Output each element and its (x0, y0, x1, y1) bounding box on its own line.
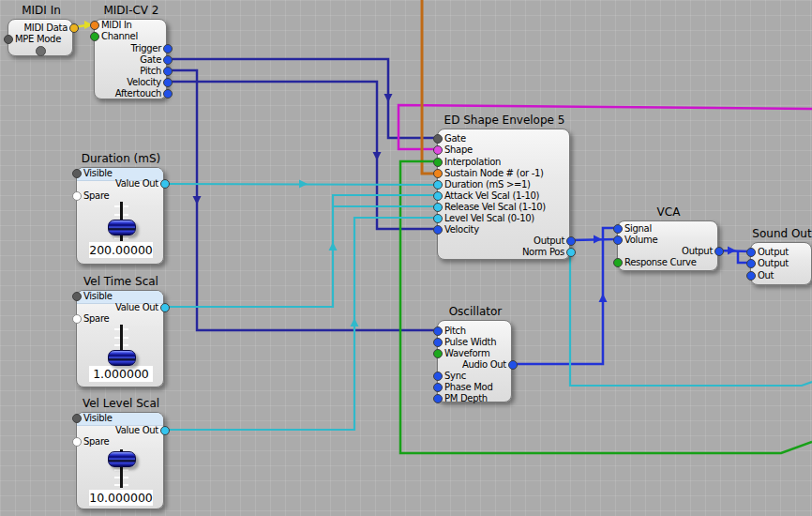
pin-spare-connector[interactable] (72, 437, 82, 447)
patch-canvas[interactable]: { "app": {"name": "modular-patch-editor"… (0, 0, 812, 516)
module-oscillator[interactable]: OscillatorPitchPulse WidthWaveformAudio … (437, 320, 512, 402)
slider-knob[interactable] (108, 350, 136, 366)
pin-label: Pulse Width (444, 337, 496, 348)
module-title-ed-shape-envelope-5: ED Shape Envelope 5 (410, 114, 599, 127)
pin-visible-connector[interactable] (72, 169, 82, 178)
pin-spare-connector[interactable] (72, 191, 82, 201)
pin-row-norm-pos: Norm Pos (438, 247, 571, 258)
module-title-vel-time-scal: Vel Time Scal (49, 275, 193, 288)
module-title-duration-ms: Duration (mS) (49, 152, 193, 165)
wire-vellevel-to-level[interactable] (166, 218, 437, 430)
pin-label: Pitch (444, 326, 466, 337)
wire-arrow (599, 294, 608, 302)
wire-arrow (329, 242, 338, 250)
pin-norm-pos-connector[interactable] (566, 248, 576, 257)
pin-response-curve-connector[interactable] (613, 258, 623, 267)
pin-row-audio-out: Audio Out (438, 359, 513, 371)
pin-row-phase-mod: Phase Mod (438, 382, 513, 393)
pin-level-vel-scal-0-10-connector[interactable] (433, 214, 443, 223)
pin-row-output: Output (618, 246, 719, 257)
pin-out-connector[interactable] (746, 271, 756, 281)
pin-label: Shape (444, 144, 473, 156)
pin-aftertouch-connector[interactable] (163, 89, 173, 99)
pin-sustain-node-or-1-connector[interactable] (433, 169, 443, 178)
pin-waveform-connector[interactable] (433, 349, 443, 358)
pin-value-out-connector[interactable] (160, 179, 170, 189)
pin-row-trigger: Trigger (95, 43, 168, 54)
pin-label: Volume (624, 235, 657, 246)
pin-pm-depth-connector[interactable] (433, 394, 443, 403)
pin-row-visible: Visible (77, 291, 165, 302)
slider-knob[interactable] (108, 220, 136, 235)
pin-velocity-connector[interactable] (163, 78, 173, 87)
pin-row-spare: Spare (77, 436, 165, 448)
pin-label: Norm Pos (522, 247, 564, 258)
pin-output-connector[interactable] (746, 248, 756, 257)
pin-pitch-connector[interactable] (433, 326, 443, 336)
pin-signal-connector[interactable] (613, 224, 623, 234)
module-sound-out[interactable]: Sound OutOutputOutputOut (750, 242, 812, 285)
pin-trigger-connector[interactable] (163, 44, 173, 53)
pin-interpolation-connector[interactable] (433, 158, 443, 167)
pin-row-output: Output (438, 235, 571, 247)
pin-row-interpolation: Interpolation (438, 157, 571, 168)
pin-row-level-vel-scal-0-10: Level Vel Scal (0-10) (438, 213, 571, 224)
pin-pitch-connector[interactable] (163, 67, 173, 76)
wire-veltime-to-attack[interactable] (166, 195, 437, 307)
module-midi-cv-2[interactable]: MIDI-CV 2MIDI InChannelTriggerGatePitchV… (94, 19, 167, 99)
pin-row-pulse-width: Pulse Width (438, 337, 513, 348)
pin-audio-out-connector[interactable] (508, 360, 518, 370)
pin-channel-connector[interactable] (90, 32, 99, 41)
wire-arrow (193, 196, 202, 205)
pin-row-value-out: Value Out (77, 178, 165, 190)
module-ed-shape-envelope-5[interactable]: ED Shape Envelope 5GateShapeInterpolatio… (437, 129, 570, 260)
pin-volume-connector[interactable] (613, 235, 623, 245)
pin-pulse-width-connector[interactable] (433, 338, 443, 347)
value-display[interactable]: 200.00000 (89, 242, 153, 258)
module-vel-level-scal[interactable]: Vel Level ScalVisibleValue OutSpare10.00… (76, 412, 164, 509)
module-midi-in[interactable]: MIDI InMIDI DataMPE Mode (8, 19, 73, 56)
pin-sync-connector[interactable] (433, 372, 443, 381)
pin-phase-mod-connector[interactable] (433, 383, 443, 392)
slider-knob[interactable] (108, 451, 136, 467)
pin-duration-ms-1-connector[interactable] (433, 180, 443, 190)
pin-value-out-connector[interactable] (160, 426, 170, 435)
module-vca[interactable]: VCASignalVolumeOutputResponse Curve (617, 220, 718, 271)
pin-release-vel-scal-1-10-connector[interactable] (433, 203, 443, 212)
pin-row-channel: Channel (95, 31, 168, 42)
pin-row-duration-ms-1: Duration (mS >=1) (438, 179, 571, 190)
pin-output-connector[interactable] (714, 247, 724, 256)
pin-row-attack-vel-scal-1-10: Attack Vel Scal (1-10) (438, 190, 571, 202)
pin-velocity-connector[interactable] (433, 225, 443, 235)
pin-output-connector[interactable] (566, 236, 576, 246)
pin-midi-data-connector[interactable] (69, 23, 79, 33)
wire-gate-to-envelope[interactable] (167, 59, 437, 138)
pin-gate-connector[interactable] (163, 55, 173, 65)
pin-attack-vel-scal-1-10-connector[interactable] (433, 191, 443, 201)
pin-label: Audio Out (462, 359, 506, 371)
pin-spare-connector[interactable] (72, 314, 82, 324)
pin-label: Out (758, 270, 774, 281)
pin-label: Pitch (140, 66, 161, 77)
module-title-midi-cv-2: MIDI-CV 2 (67, 4, 196, 17)
pin-label: Level Vel Scal (0-10) (444, 213, 534, 224)
pin-label: Velocity (127, 77, 161, 88)
pin-value-out-connector[interactable] (160, 303, 170, 312)
pin-gate-connector[interactable] (433, 134, 443, 144)
wire-arrow (373, 152, 382, 160)
module-vel-time-scal[interactable]: Vel Time ScalVisibleValue OutSpare1.0000… (76, 290, 164, 387)
pin-label: Spare (83, 436, 109, 448)
pin-output-connector[interactable] (746, 259, 756, 268)
wire-pitch-to-oscillator[interactable] (167, 70, 437, 330)
pin-label: Output (758, 258, 789, 269)
pin-visible-connector[interactable] (72, 414, 82, 423)
module-duration-ms[interactable]: Duration (mS)VisibleValue OutSpare200.00… (76, 167, 164, 265)
pin-visible-connector[interactable] (72, 292, 82, 301)
pin-mpe-mode-connector[interactable] (4, 35, 13, 44)
module-title-sound-out: Sound Out (723, 227, 812, 240)
value-display[interactable]: 1.000000 (89, 366, 153, 382)
value-display[interactable]: 10.000000 (89, 490, 153, 506)
pin-label: Response Curve (624, 257, 697, 268)
pin-shape-connector[interactable] (433, 145, 443, 155)
pin-midi-in-connector[interactable] (90, 21, 99, 30)
